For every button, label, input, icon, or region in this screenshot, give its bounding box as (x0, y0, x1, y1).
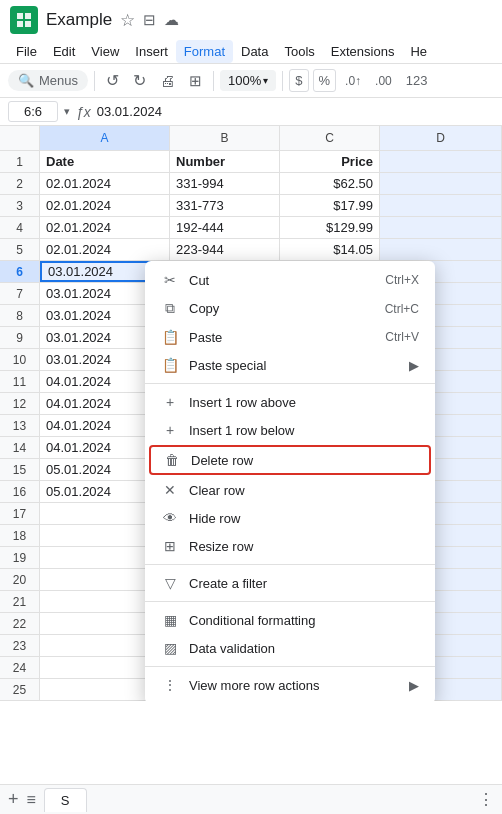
cell-d[interactable] (380, 195, 502, 216)
ctx-icon-filter: ▽ (161, 575, 179, 591)
ctx-divider (145, 383, 435, 384)
cell-a[interactable]: Date (40, 151, 170, 172)
cell-c[interactable]: $14.05 (280, 239, 380, 260)
ctx-item-more-acts[interactable]: ⋮ View more row actions ▶ (145, 671, 435, 699)
row-number: 15 (0, 459, 40, 480)
redo-button[interactable]: ↻ (128, 68, 151, 93)
ctx-item-ins-above[interactable]: + Insert 1 row above (145, 388, 435, 416)
menu-extensions[interactable]: Extensions (323, 40, 403, 63)
ctx-item-paste[interactable]: 📋 Paste Ctrl+V (145, 323, 435, 351)
row-number: 23 (0, 635, 40, 656)
ctx-item-ins-below[interactable]: + Insert 1 row below (145, 416, 435, 444)
cloud-icon[interactable]: ☁ (164, 11, 179, 29)
add-sheet-button[interactable]: + (8, 789, 19, 810)
cell-c[interactable]: $62.50 (280, 173, 380, 194)
formula-bar: 6:6 ▾ ƒx 03.01.2024 (0, 98, 502, 126)
ctx-icon-delete-row: 🗑 (163, 452, 181, 468)
menu-tools[interactable]: Tools (276, 40, 322, 63)
ctx-label-filter: Create a filter (189, 576, 419, 591)
menu-edit[interactable]: Edit (45, 40, 83, 63)
ctx-label-data-val: Data validation (189, 641, 419, 656)
menu-data[interactable]: Data (233, 40, 276, 63)
table-row[interactable]: 1 Date Number Price (0, 151, 502, 173)
more-sheets-icon[interactable]: ⋮ (478, 790, 494, 809)
cell-a[interactable]: 02.01.2024 (40, 239, 170, 260)
cell-b[interactable]: 331-773 (170, 195, 280, 216)
table-row[interactable]: 3 02.01.2024 331-773 $17.99 (0, 195, 502, 217)
undo-button[interactable]: ↺ (101, 68, 124, 93)
ctx-icon-ins-below: + (161, 422, 179, 438)
cell-b[interactable]: 331-994 (170, 173, 280, 194)
menus-search[interactable]: 🔍 Menus (8, 70, 88, 91)
ctx-icon-resize-row: ⊞ (161, 538, 179, 554)
ctx-icon-data-val: ▨ (161, 640, 179, 656)
ctx-item-paste-sp[interactable]: 📋 Paste special ▶ (145, 351, 435, 379)
ctx-item-cond-fmt[interactable]: ▦ Conditional formatting (145, 606, 435, 634)
menu-insert[interactable]: Insert (127, 40, 176, 63)
ctx-item-delete-row[interactable]: 🗑 Delete row (149, 445, 431, 475)
ctx-item-hide-row[interactable]: 👁 Hide row (145, 504, 435, 532)
row-number: 25 (0, 679, 40, 700)
row-number: 19 (0, 547, 40, 568)
col-header-b[interactable]: B (170, 126, 280, 150)
ctx-divider (145, 564, 435, 565)
cell-d[interactable] (380, 239, 502, 260)
col-header-c[interactable]: C (280, 126, 380, 150)
ctx-icon-clear-row: ✕ (161, 482, 179, 498)
cell-a[interactable]: 02.01.2024 (40, 217, 170, 238)
number-format-button[interactable]: 123 (401, 70, 433, 91)
currency-button[interactable]: $ (289, 69, 308, 92)
ctx-item-data-val[interactable]: ▨ Data validation (145, 634, 435, 662)
cell-c[interactable]: $17.99 (280, 195, 380, 216)
context-menu: ✂ Cut Ctrl+X ⧉ Copy Ctrl+C 📋 Paste Ctrl+… (145, 261, 435, 701)
ctx-item-cut[interactable]: ✂ Cut Ctrl+X (145, 266, 435, 294)
decimal-up-button[interactable]: .0↑ (340, 71, 366, 91)
ctx-icon-hide-row: 👁 (161, 510, 179, 526)
cell-b[interactable]: Number (170, 151, 280, 172)
ctx-item-clear-row[interactable]: ✕ Clear row (145, 476, 435, 504)
table-row[interactable]: 4 02.01.2024 192-444 $129.99 (0, 217, 502, 239)
menu-file[interactable]: File (8, 40, 45, 63)
formula-symbol-icon: ƒx (76, 104, 91, 120)
ctx-item-copy[interactable]: ⧉ Copy Ctrl+C (145, 294, 435, 323)
paint-format-button[interactable]: ⊞ (184, 69, 207, 93)
menu-view[interactable]: View (83, 40, 127, 63)
decimal-down-button[interactable]: .00 (370, 71, 397, 91)
sheet-list-button[interactable]: ≡ (27, 791, 36, 809)
cell-a[interactable]: 02.01.2024 (40, 173, 170, 194)
cell-ref-arrow-icon[interactable]: ▾ (64, 105, 70, 118)
ctx-item-resize-row[interactable]: ⊞ Resize row (145, 532, 435, 560)
cell-d[interactable] (380, 173, 502, 194)
col-header-d[interactable]: D (380, 126, 502, 150)
print-button[interactable]: 🖨 (155, 69, 180, 92)
percent-button[interactable]: % (313, 69, 337, 92)
cell-d[interactable] (380, 151, 502, 172)
table-row[interactable]: 5 02.01.2024 223-944 $14.05 (0, 239, 502, 261)
row-number: 11 (0, 371, 40, 392)
svg-rect-0 (17, 13, 23, 19)
col-header-a[interactable]: A (40, 126, 170, 150)
ctx-shortcut: Ctrl+X (385, 273, 419, 287)
menu-help[interactable]: He (402, 40, 435, 63)
ctx-label-ins-below: Insert 1 row below (189, 423, 419, 438)
zoom-arrow-icon: ▾ (263, 75, 268, 86)
row-number: 21 (0, 591, 40, 612)
cell-c[interactable]: Price (280, 151, 380, 172)
cell-reference[interactable]: 6:6 (8, 101, 58, 122)
cell-c[interactable]: $129.99 (280, 217, 380, 238)
ctx-arrow-icon: ▶ (409, 678, 419, 693)
star-icon[interactable]: ☆ (120, 10, 135, 31)
folder-icon[interactable]: ⊟ (143, 11, 156, 29)
table-row[interactable]: 2 02.01.2024 331-994 $62.50 (0, 173, 502, 195)
cell-d[interactable] (380, 217, 502, 238)
ctx-item-filter[interactable]: ▽ Create a filter (145, 569, 435, 597)
cell-a[interactable]: 02.01.2024 (40, 195, 170, 216)
zoom-control[interactable]: 100% ▾ (220, 70, 276, 91)
menu-format[interactable]: Format (176, 40, 233, 63)
sheet-tab[interactable]: S (44, 788, 87, 812)
search-icon: 🔍 (18, 73, 34, 88)
cell-b[interactable]: 223-944 (170, 239, 280, 260)
cell-b[interactable]: 192-444 (170, 217, 280, 238)
ctx-label-cond-fmt: Conditional formatting (189, 613, 419, 628)
row-number: 3 (0, 195, 40, 216)
